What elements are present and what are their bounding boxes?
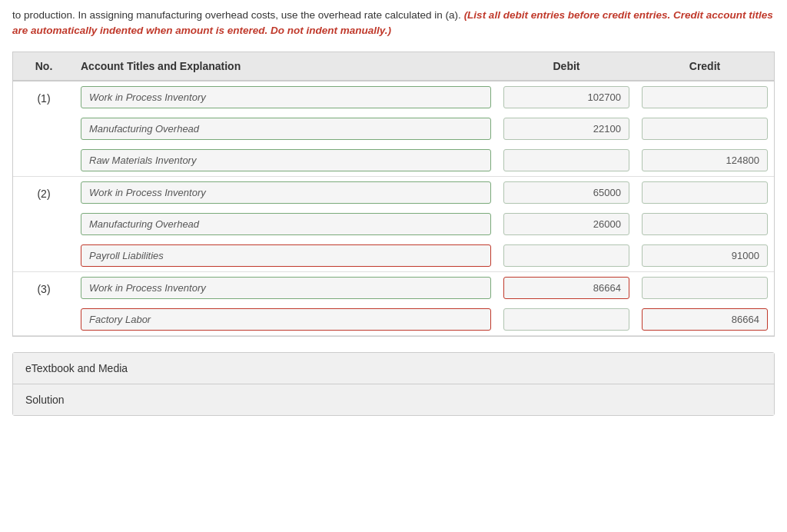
debit-amount-3-1[interactable]: 86664	[503, 277, 629, 299]
bottom-section: eTextbook and Media Solution	[12, 352, 775, 416]
credit-amount-1-3[interactable]: 124800	[642, 149, 768, 171]
debit-amount-3-2[interactable]	[503, 308, 629, 331]
credit-amount-2-2[interactable]	[642, 213, 768, 235]
intro-text: to production. In assigning manufacturin…	[12, 9, 461, 21]
account-title-2-1[interactable]: Work in Process Inventory	[81, 181, 491, 204]
entry-rows-3: Work in Process Inventory86664Factory La…	[75, 272, 774, 335]
table-header: No. Account Titles and Explanation Debit…	[13, 52, 774, 81]
account-title-1-3[interactable]: Raw Materials Inventory	[81, 149, 491, 171]
header-account: Account Titles and Explanation	[75, 60, 497, 72]
credit-amount-2-1[interactable]	[642, 181, 768, 204]
debit-amount-2-2[interactable]: 26000	[503, 213, 629, 235]
entry-number-2: (2)	[13, 177, 75, 271]
solution-bar[interactable]: Solution	[13, 384, 774, 415]
account-title-3-1[interactable]: Work in Process Inventory	[81, 277, 491, 299]
credit-amount-3-2[interactable]: 86664	[642, 308, 768, 331]
journal-table: No. Account Titles and Explanation Debit…	[12, 52, 775, 337]
credit-amount-1-1[interactable]	[642, 86, 768, 108]
account-title-2-2[interactable]: Manufacturing Overhead	[81, 213, 491, 235]
account-title-3-2[interactable]: Factory Labor	[81, 308, 491, 331]
entry-number-1: (1)	[13, 81, 75, 176]
debit-amount-1-3[interactable]	[503, 149, 629, 171]
entry-number-3: (3)	[13, 272, 75, 335]
header-debit: Debit	[497, 60, 636, 72]
entry-rows-1: Work in Process Inventory102700Manufactu…	[75, 81, 774, 176]
debit-amount-2-1[interactable]: 65000	[503, 181, 629, 204]
debit-amount-1-1[interactable]: 102700	[503, 86, 629, 108]
header-credit: Credit	[636, 60, 774, 72]
etextbook-bar[interactable]: eTextbook and Media	[13, 353, 774, 384]
credit-amount-1-2[interactable]	[642, 118, 768, 140]
credit-amount-3-1[interactable]	[642, 277, 768, 299]
table-body: (1)Work in Process Inventory102700Manufa…	[13, 81, 774, 336]
intro-paragraph: to production. In assigning manufacturin…	[0, 0, 787, 52]
entry-rows-2: Work in Process Inventory65000Manufactur…	[75, 177, 774, 271]
entry-group-3: (3)Work in Process Inventory86664Factory…	[13, 272, 774, 336]
debit-amount-2-3[interactable]	[503, 244, 629, 267]
entry-group-2: (2)Work in Process Inventory65000Manufac…	[13, 177, 774, 272]
debit-amount-1-2[interactable]: 22100	[503, 118, 629, 140]
credit-amount-2-3[interactable]: 91000	[642, 244, 768, 267]
entry-group-1: (1)Work in Process Inventory102700Manufa…	[13, 81, 774, 177]
account-title-2-3[interactable]: Payroll Liabilities	[81, 244, 491, 267]
account-title-1-1[interactable]: Work in Process Inventory	[81, 86, 491, 108]
account-title-1-2[interactable]: Manufacturing Overhead	[81, 118, 491, 140]
header-no: No.	[13, 60, 75, 72]
